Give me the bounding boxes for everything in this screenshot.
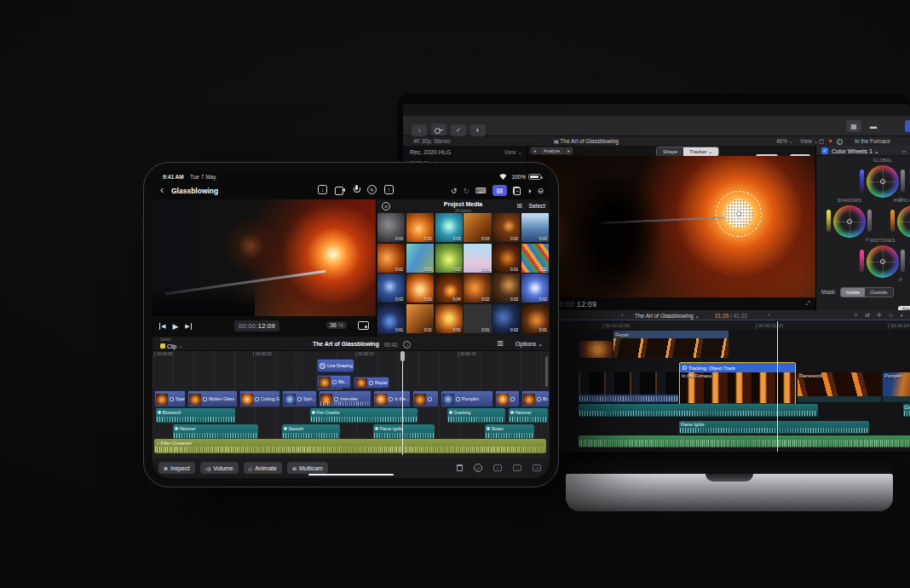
undo-icon[interactable]: ↺ (451, 187, 458, 195)
analyze-forward-button[interactable]: ▸ (565, 147, 573, 154)
viewer-zoom-level[interactable]: 36 % (326, 321, 347, 329)
import-button[interactable]: ↓ (412, 124, 427, 136)
inspector-toggle-sliver[interactable] (905, 120, 910, 132)
shape-segment[interactable]: Shape (657, 147, 683, 156)
grid-view-icon[interactable]: ⊞ (516, 202, 522, 210)
connected-clip-repair[interactable]: Repair (613, 331, 729, 358)
trim-icon[interactable]: ⊦ (855, 312, 858, 319)
ipad-viewer[interactable] (153, 199, 376, 316)
ipad-timeline[interactable]: 00:00:0000:00:0500:00:1000:00:15 ✎ Live … (153, 351, 550, 458)
media-thumbnail[interactable]: 0:01 (464, 244, 491, 273)
clip-pumpkin[interactable]: Pumpkin (883, 372, 910, 402)
approve-icon[interactable]: ✓ (474, 464, 482, 472)
redo-icon[interactable]: ↻ (463, 187, 469, 195)
media-thumbnail[interactable]: 0:02 (492, 213, 520, 242)
insert-clip-icon[interactable]: → (513, 464, 521, 471)
shadows-right-slider[interactable] (867, 210, 872, 232)
media-thumbnail[interactable]: 0:01 (377, 244, 405, 273)
audio-clip[interactable]: Hammer (173, 424, 258, 439)
playhead-handle[interactable] (400, 351, 405, 361)
minimize-icon[interactable]: ⊖ (537, 187, 544, 195)
mask-inside-segment[interactable]: Inside (841, 288, 865, 297)
video-clip[interactable]: In the... (373, 390, 411, 407)
multicam-button[interactable]: ⊞Multicam (287, 462, 328, 474)
global-color-wheel[interactable] (867, 165, 899, 198)
midtones-left-slider[interactable] (860, 250, 864, 272)
highlights-color-wheel[interactable] (897, 205, 910, 238)
audio-clip[interactable]: Cracking (447, 408, 505, 423)
overwrite-clip-icon[interactable]: ⇥ (533, 464, 541, 471)
ipad-playhead[interactable] (402, 351, 403, 455)
scope-view-menu[interactable]: View ⌄ (504, 149, 522, 156)
media-thumbnail[interactable]: 0:02 (435, 244, 463, 273)
global-wheel-hub[interactable] (880, 179, 885, 184)
video-clip[interactable] (495, 390, 520, 407)
mask-outside-segment[interactable]: Outside (865, 288, 893, 297)
ipad-timecode[interactable]: 00:00:12:09 (234, 320, 279, 331)
volume-button[interactable]: ◁)Volume (200, 462, 239, 474)
inspect-button[interactable]: ≣Inspect (158, 462, 195, 474)
audio-meter-icon[interactable]: ◖ (900, 312, 903, 319)
media-thumbnail[interactable]: 0:01 (464, 304, 491, 333)
keying-button[interactable] (431, 124, 446, 135)
media-thumbnail[interactable]: 0:03 (377, 213, 405, 242)
mac-audio-clip-flame-ignite[interactable]: Flame Ignite (679, 421, 869, 434)
media-thumbnail[interactable]: 0:01 (406, 213, 434, 242)
home-indicator[interactable] (308, 474, 394, 476)
solo-icon[interactable]: ∩ (889, 312, 893, 319)
media-thumbnail[interactable]: 0:01 (406, 304, 434, 333)
mac-audio-clip-cracklin[interactable]: Crackli... (903, 404, 910, 417)
color-inspector-icon[interactable]: ▼ (827, 138, 832, 145)
video-inspector-icon[interactable]: ▢ (819, 138, 824, 145)
video-clip[interactable] (412, 390, 439, 407)
timeline-forward-arrow[interactable]: › (768, 312, 769, 318)
mac-audio-clip-wide[interactable] (579, 404, 818, 417)
midtones-reset-icon[interactable]: ↺ (898, 277, 902, 282)
paste-icon[interactable] (513, 187, 521, 195)
clip-appearance-icon[interactable]: ▥ (497, 339, 504, 347)
trash-icon[interactable] (457, 464, 463, 471)
viewer-view-menu[interactable]: View ⌄ (800, 138, 818, 145)
audio-clip[interactable]: Blowtorch (156, 408, 235, 423)
media-thumbnail[interactable]: 0:03 (464, 213, 491, 242)
import-icon[interactable]: ↓ (318, 185, 327, 194)
media-thumbnail[interactable]: 0:01 (521, 304, 549, 333)
audio-clip[interactable]: Hammer (509, 408, 548, 423)
viewer-zoom-menu[interactable]: 46% ⌄ (776, 138, 793, 145)
animate-button[interactable]: ◇Animate (244, 462, 282, 474)
analyze-button[interactable]: Analyze (539, 147, 565, 154)
external-display-icon[interactable] (358, 321, 369, 330)
highlights-left-slider[interactable] (890, 210, 895, 232)
keyframe-icon[interactable]: ▭ (901, 148, 907, 154)
audio-clip[interactable]: Steam (485, 424, 534, 439)
play-button[interactable]: ▶ (172, 322, 178, 331)
jog-wheel-icon[interactable]: ◑ (527, 187, 531, 195)
shadows-wheel-hub[interactable] (847, 219, 852, 224)
analyze-toggle-button[interactable]: ✓ (451, 124, 466, 136)
media-thumbnail[interactable]: 0:01 (492, 244, 520, 273)
clip-mode-menu[interactable]: Clip ⌄ (160, 343, 183, 349)
video-clip[interactable]: Pumpkin (441, 390, 493, 407)
connected-clip-partial[interactable] (579, 341, 613, 358)
media-thumbnail[interactable]: 0:02 (377, 274, 405, 303)
keyboard-icon[interactable]: ⌨ (475, 187, 487, 195)
prev-frame-icon[interactable]: ◀ (159, 323, 165, 330)
global-left-slider[interactable] (860, 170, 864, 192)
global-right-slider[interactable] (901, 170, 905, 192)
snapping-icon[interactable]: ✛ (877, 312, 882, 319)
midtones-right-slider[interactable] (901, 250, 905, 272)
next-frame-icon[interactable]: ▶ (185, 323, 191, 330)
effect-checkbox[interactable]: ✓ (821, 147, 828, 154)
media-thumbnail[interactable]: 0:01 (406, 274, 434, 303)
timeline-project-menu[interactable]: The Art of Glassblowing ⌄ (635, 313, 700, 320)
tracker-segment[interactable]: Tracker ⌄ (683, 147, 718, 156)
video-clip[interactable]: Spar... (154, 390, 186, 407)
timeline-back-arrow[interactable]: ‹ (621, 312, 623, 318)
media-thumbnail[interactable]: 0:04 (435, 274, 463, 303)
video-clip[interactable]: Cutting Gl... (239, 390, 280, 407)
effects-button[interactable]: ◐ (470, 124, 486, 136)
mac-music-clip[interactable] (579, 435, 910, 447)
media-thumbnail[interactable]: 0:02 (492, 274, 520, 303)
media-thumbnail[interactable]: 0:02 (521, 213, 549, 242)
camera-icon[interactable] (335, 187, 345, 193)
